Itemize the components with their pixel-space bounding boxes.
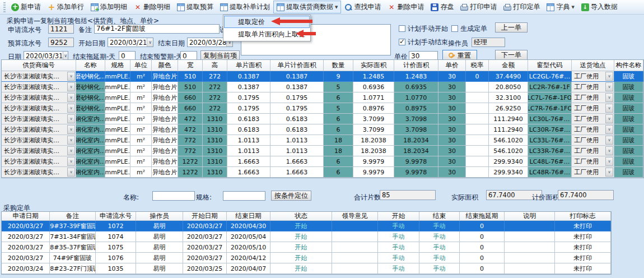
table-cell[interactable]: 1.2485 xyxy=(353,71,394,82)
table-cell[interactable]: 2020/03/24 xyxy=(2,263,50,274)
table-cell[interactable]: 钢化室内… xyxy=(76,167,105,178)
table-cell[interactable]: 2020/05/10 xyxy=(227,242,270,253)
table-cell[interactable]: 74#9F窗固玻 xyxy=(50,253,96,263)
table-cell[interactable]: 0 xyxy=(460,253,505,263)
table-cell[interactable]: 固玻 xyxy=(614,82,643,92)
delete-detail-button[interactable]: 删除明细 xyxy=(130,1,174,13)
table-cell[interactable]: 固玻 xyxy=(614,146,643,156)
table-cell[interactable]: 1310 xyxy=(203,156,227,167)
chevron-down-icon[interactable] xyxy=(67,146,75,155)
chevron-down-icon[interactable] xyxy=(67,72,75,81)
column-header[interactable]: 结束 xyxy=(419,212,460,221)
table-cell[interactable]: 30 xyxy=(438,103,466,114)
table-cell[interactable]: 未打印 xyxy=(555,221,611,231)
column-header[interactable]: 构件名称 xyxy=(614,60,643,71)
table-cell[interactable] xyxy=(332,231,378,242)
table-cell[interactable]: 手动 xyxy=(378,263,419,274)
table-cell[interactable]: 6mmPLE… xyxy=(105,71,130,82)
column-header[interactable]: 申请日期 xyxy=(2,212,50,221)
table-cell[interactable]: 89#37-39F窗固玻 xyxy=(50,221,96,231)
table-row[interactable]: 长沙市潇湘玻璃实…磨砂钢化…6mmPLE…m²异地合片5102720.13870… xyxy=(2,71,643,82)
column-header[interactable]: 送货地点 xyxy=(572,60,614,71)
table-cell[interactable]: 开始 xyxy=(270,263,332,274)
column-header[interactable]: 高 xyxy=(203,60,227,71)
table-cell[interactable]: 0.6936 xyxy=(353,82,394,92)
table-cell[interactable]: LC48L-76#… xyxy=(528,156,572,167)
table-cell[interactable]: 6 xyxy=(324,124,353,135)
column-header[interactable]: 开始日期 xyxy=(183,212,227,221)
table-cell[interactable]: 开始 xyxy=(270,221,332,231)
extract-supplier-data-button[interactable]: 提取供货商数据 xyxy=(273,1,341,13)
table-cell[interactable] xyxy=(505,221,555,231)
table-cell[interactable]: 异地合片 xyxy=(152,135,178,146)
dictionary-button[interactable]: 字典 xyxy=(543,1,577,13)
table-cell[interactable]: 1310 xyxy=(203,167,227,178)
chevron-down-icon[interactable] xyxy=(605,104,613,113)
table-cell[interactable]: 异地合片 xyxy=(152,92,178,103)
table-cell[interactable]: 1.6663 xyxy=(227,167,270,178)
table-cell[interactable]: 1310 xyxy=(203,135,227,146)
table-cell[interactable]: 长沙市潇湘玻璃实… xyxy=(2,167,76,178)
table-cell[interactable]: m² xyxy=(130,92,152,103)
generate-order-field[interactable]: 生成定单 xyxy=(451,24,487,34)
table-cell[interactable]: 固玻 xyxy=(614,167,643,178)
column-header[interactable]: 宽 xyxy=(178,60,203,71)
table-cell[interactable]: LC2R-76#-1F xyxy=(528,82,572,92)
table-cell[interactable]: m² xyxy=(130,167,152,178)
table-cell[interactable]: 546.1020 xyxy=(489,135,528,146)
table-cell[interactable]: 易明 xyxy=(136,221,183,231)
table-cell[interactable]: 299.9340 xyxy=(489,167,528,178)
table-cell[interactable]: 9.9979 xyxy=(353,156,394,167)
table-cell[interactable]: 异地合片 xyxy=(152,124,178,135)
table-cell[interactable]: 32.3100 xyxy=(489,92,528,103)
table-cell[interactable]: 88#23-27F门顶玻 xyxy=(50,263,96,274)
table-cell[interactable]: 1310 xyxy=(203,114,227,124)
table-cell[interactable]: 异地合片 xyxy=(152,146,178,156)
table-cell[interactable]: 111.2940 xyxy=(489,124,528,135)
table-cell[interactable]: 工厂使用 xyxy=(572,114,614,124)
table-cell[interactable] xyxy=(466,135,489,146)
table-cell[interactable]: LC30R-76#… xyxy=(528,124,572,135)
plan-manual-start-field[interactable]: 计划手动开始 xyxy=(399,24,448,34)
chevron-down-icon[interactable] xyxy=(67,125,75,134)
column-header[interactable]: 单价 xyxy=(438,60,466,71)
table-cell[interactable]: LC33L-76#… xyxy=(528,135,572,146)
table-cell[interactable]: LC2GL-76#… xyxy=(528,71,572,82)
table-cell[interactable]: 20.8050 xyxy=(489,82,528,92)
chevron-down-icon[interactable] xyxy=(605,146,613,155)
table-cell[interactable]: 工厂使用 xyxy=(572,92,614,103)
table-cell[interactable]: 钢化室内… xyxy=(76,156,105,167)
column-header[interactable]: 状态 xyxy=(270,212,332,221)
column-header[interactable]: 开始 xyxy=(378,212,419,221)
column-header[interactable]: 说明 xyxy=(505,212,555,221)
chevron-down-icon[interactable] xyxy=(605,82,613,91)
table-cell[interactable]: 772 xyxy=(178,135,203,146)
table-row[interactable]: 长沙市潇湘玻璃实…钢化室内…6mmPLE…m²异地合片47213100.6183… xyxy=(2,124,643,135)
table-cell[interactable] xyxy=(505,242,555,253)
table-cell[interactable]: 6mmPLE… xyxy=(105,167,130,178)
table-cell[interactable]: 546.1020 xyxy=(489,146,528,156)
table-cell[interactable]: 1035 xyxy=(96,263,136,274)
chevron-down-icon[interactable] xyxy=(605,136,613,145)
table-cell[interactable]: 手动 xyxy=(419,242,460,253)
table-row[interactable]: 长沙市潇湘玻璃实…磨砂钢化…6mmPLE…m²异地合片5102720.13870… xyxy=(2,82,643,92)
table-row[interactable]: 2020/03/2788#35-37F窗固玻1075易明2020/03/2720… xyxy=(2,242,611,253)
table-cell[interactable]: 6mmPLE… xyxy=(105,103,130,114)
table-cell[interactable]: 开始 xyxy=(270,242,332,253)
table-cell[interactable]: 0.6183 xyxy=(270,124,324,135)
table-cell[interactable]: 6 xyxy=(324,167,353,178)
table-cell[interactable]: 111.2940 xyxy=(489,114,528,124)
name-filter-input[interactable] xyxy=(152,191,195,201)
table-cell[interactable]: 0.6183 xyxy=(227,124,270,135)
table-cell[interactable]: 易明 xyxy=(136,231,183,242)
table-cell[interactable]: 长沙市潇湘玻璃实… xyxy=(2,124,76,135)
table-cell[interactable]: 30 xyxy=(438,146,466,156)
table-cell[interactable]: 6mmPLE… xyxy=(105,92,130,103)
table-cell[interactable]: 0 xyxy=(460,221,505,231)
column-header[interactable]: 金额 xyxy=(489,60,528,71)
table-cell[interactable]: 1.0771 xyxy=(353,92,394,103)
table-cell[interactable]: LC33R-76#… xyxy=(528,146,572,156)
import-data-button[interactable]: 导入数据 xyxy=(578,1,621,13)
table-cell[interactable]: 固玻 xyxy=(614,103,643,114)
table-cell[interactable]: 钢化室内… xyxy=(76,124,105,135)
